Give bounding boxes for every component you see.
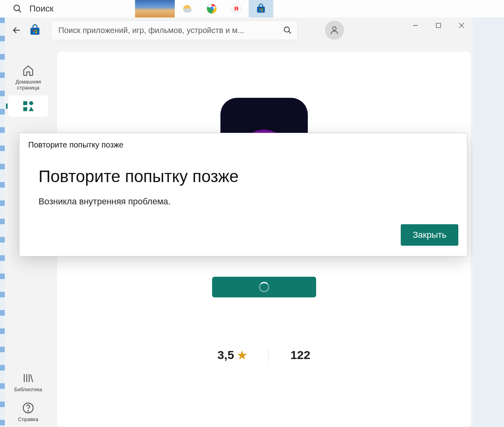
taskbar-app-weather[interactable] [175, 0, 199, 17]
svg-rect-12 [261, 10, 263, 11]
nav-help[interactable]: Справка [8, 397, 48, 427]
weather-icon [182, 4, 192, 14]
library-icon [22, 372, 34, 384]
store-search-box[interactable] [51, 20, 298, 40]
svg-rect-9 [259, 8, 261, 10]
svg-rect-23 [436, 23, 441, 28]
svg-text:Я: Я [234, 5, 239, 12]
rating-value: 3,5 [218, 348, 234, 362]
svg-rect-27 [29, 101, 33, 105]
minimize-icon [413, 23, 418, 28]
microsoft-store-window: Домашняя страница Библиотека Справка 3,5 [5, 17, 473, 427]
profile-button[interactable] [325, 21, 344, 40]
taskbar-search[interactable]: Поиск [0, 4, 135, 14]
background-window-sliver [0, 17, 5, 427]
store-logo [27, 22, 43, 38]
dialog-message: Возникла внутренняя проблема. [39, 196, 458, 207]
nav-library[interactable]: Библиотека [8, 367, 48, 397]
yandex-icon: Я [231, 4, 241, 14]
window-controls [404, 17, 473, 33]
svg-rect-14 [31, 28, 40, 35]
app-header [5, 17, 473, 43]
close-button[interactable] [450, 17, 473, 33]
taskbar-app-chrome[interactable] [199, 0, 224, 17]
install-button-loading[interactable] [212, 277, 316, 297]
svg-line-20 [289, 31, 291, 34]
home-icon [22, 64, 34, 76]
nav-apps[interactable] [8, 95, 48, 117]
svg-point-19 [284, 27, 290, 32]
back-button[interactable] [7, 21, 26, 40]
star-icon: ★ [237, 349, 247, 362]
taskbar-running-apps: Я [135, 0, 273, 17]
svg-marker-29 [29, 107, 34, 111]
spinner-icon [259, 282, 269, 292]
dialog-caption: Повторите попытку позже [28, 140, 458, 149]
svg-point-3 [183, 8, 192, 13]
svg-point-0 [14, 5, 19, 11]
close-icon [459, 23, 464, 28]
help-icon [22, 402, 34, 414]
search-icon [283, 26, 292, 35]
chrome-icon [207, 4, 217, 14]
svg-point-35 [28, 411, 29, 411]
search-input[interactable] [58, 26, 283, 35]
taskbar-app-desktop[interactable] [135, 0, 175, 17]
taskbar-app-store[interactable] [249, 0, 273, 17]
svg-rect-15 [33, 30, 35, 31]
taskbar: Поиск Я [0, 0, 504, 17]
store-icon [256, 4, 266, 14]
nav-library-label: Библиотека [14, 386, 42, 392]
reviews-value: 122 [290, 348, 310, 362]
dialog-close-button[interactable]: Закрыть [401, 224, 458, 246]
svg-rect-26 [23, 101, 27, 105]
arrow-left-icon [12, 25, 21, 35]
search-icon [13, 4, 22, 14]
svg-rect-10 [261, 8, 263, 10]
svg-line-33 [31, 375, 33, 382]
svg-rect-28 [23, 107, 27, 111]
svg-rect-16 [35, 30, 37, 31]
taskbar-app-yandex[interactable]: Я [224, 0, 249, 17]
store-icon [29, 24, 41, 36]
minimize-button[interactable] [404, 17, 427, 33]
error-dialog: Повторите попытку позже Повторите попытк… [19, 133, 467, 256]
svg-rect-18 [35, 32, 37, 33]
dialog-title: Повторите попытку позже [39, 167, 458, 186]
app-stats: 3,5 ★ 122 [196, 348, 332, 362]
taskbar-search-label: Поиск [29, 4, 54, 14]
nav-home-label: Домашняя страница [8, 79, 48, 91]
maximize-icon [436, 23, 441, 28]
person-icon [329, 25, 340, 35]
svg-rect-11 [259, 10, 261, 11]
apps-icon [22, 100, 34, 112]
svg-point-21 [333, 27, 336, 30]
nav-home[interactable]: Домашняя страница [8, 60, 48, 95]
maximize-button[interactable] [427, 17, 450, 33]
nav-help-label: Справка [18, 416, 39, 422]
rating-stat: 3,5 ★ [196, 348, 269, 362]
svg-rect-8 [257, 7, 265, 13]
reviews-stat: 122 [268, 348, 332, 362]
svg-rect-17 [33, 32, 35, 33]
svg-line-1 [19, 10, 21, 12]
